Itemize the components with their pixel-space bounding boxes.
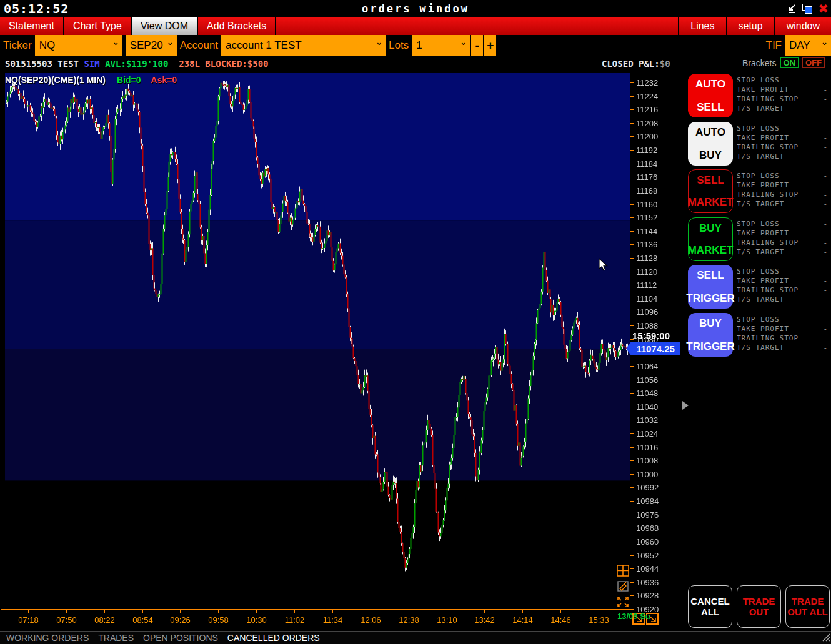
bracket-value[interactable]: - — [823, 238, 828, 247]
bracket-label: STOP LOSS — [737, 219, 780, 229]
buy-market-button[interactable]: BUYMARKET — [688, 217, 733, 261]
draw-tool-icon[interactable] — [616, 580, 630, 593]
bracket-value[interactable]: - — [823, 247, 828, 257]
bracket-label: TAKE PROFIT — [737, 276, 789, 285]
bracket-value[interactable]: - — [823, 133, 828, 142]
bracket-value[interactable]: - — [823, 334, 828, 343]
panel-footer: CANCEL ALLTRADE OUTTRADE OUT ALL — [688, 585, 830, 628]
buy-trigger-button[interactable]: BUYTRIGGER — [688, 313, 733, 357]
bracket-label: T/S TARGET — [737, 152, 784, 161]
menu-item-add-brackets[interactable]: Add Brackets — [198, 17, 276, 35]
tab-open-positions[interactable]: OPEN POSITIONS — [143, 633, 218, 643]
orders-window: 05:12:52 orders window ✖ StatementChart … — [0, 0, 831, 644]
bracket-value[interactable]: - — [823, 190, 828, 199]
bracket-value[interactable]: - — [823, 199, 828, 209]
bracket-line-stop-loss: STOP LOSS- — [737, 76, 828, 85]
bracket-value[interactable]: - — [823, 181, 828, 190]
bracket-value[interactable]: - — [823, 124, 828, 133]
order-row-sell-market: SELLMARKETSTOP LOSS-TAKE PROFIT-TRAILING… — [684, 169, 831, 213]
trade-out-all-button[interactable]: TRADE OUT ALL — [785, 585, 830, 628]
expand-tool-icon[interactable] — [616, 595, 630, 608]
account-select[interactable]: account 1 TEST⌄ — [221, 35, 386, 56]
bracket-line-t-s-target: T/S TARGET- — [737, 247, 828, 257]
price-chart-canvas[interactable] — [0, 72, 682, 631]
bracket-line-stop-loss: STOP LOSS- — [737, 171, 828, 181]
menu-item-lines[interactable]: Lines — [678, 17, 725, 35]
auto-sell-button[interactable]: AUTOSELL — [688, 74, 733, 117]
order-panel: AUTOSELLSTOP LOSS-TAKE PROFIT-TRAILING S… — [684, 72, 831, 631]
order-button-label: BUY — [699, 317, 722, 330]
tif-label: TIF — [763, 35, 785, 56]
bracket-value[interactable]: - — [823, 104, 828, 113]
grid-tool-icon[interactable] — [616, 564, 630, 577]
close-icon[interactable]: ✖ — [818, 2, 829, 15]
tif-select[interactable]: DAY⌄ — [785, 35, 831, 56]
bracket-value[interactable]: - — [823, 171, 828, 181]
bracket-value[interactable]: - — [823, 276, 828, 285]
ticker-select[interactable]: NQ⌄ — [35, 35, 122, 56]
order-button-label: BUY — [699, 222, 722, 235]
tab-cancelled-orders[interactable]: CANCELLED ORDERS — [227, 633, 320, 643]
menu-item-view-dom[interactable]: View DOM — [132, 17, 198, 35]
brackets-label: Brackets — [742, 58, 776, 68]
contract-select[interactable]: SEP20⌄ — [126, 35, 177, 56]
account-label: Account — [177, 35, 221, 56]
bracket-line-take-profit: TAKE PROFIT- — [737, 324, 828, 334]
bracket-value[interactable]: - — [823, 324, 828, 334]
bracket-value[interactable]: - — [823, 285, 828, 295]
trade-out-button[interactable]: TRADE OUT — [737, 585, 781, 628]
bracket-line-t-s-target: T/S TARGET- — [737, 152, 828, 161]
order-button-label: SELL — [697, 269, 724, 282]
menu-item-statement[interactable]: Statement — [0, 17, 64, 35]
brackets-off-button[interactable]: OFF — [802, 57, 825, 68]
bracket-value[interactable]: - — [823, 229, 828, 238]
toolbar-spacer — [496, 35, 762, 56]
tab-trades[interactable]: TRADES — [98, 633, 134, 643]
menu-spacer — [276, 17, 678, 35]
tab-working-orders[interactable]: WORKING ORDERS — [6, 633, 89, 643]
brackets-on-button[interactable]: ON — [780, 57, 799, 68]
order-row-buy-market: BUYMARKETSTOP LOSS-TAKE PROFIT-TRAILING … — [684, 217, 831, 261]
bracket-value[interactable]: - — [823, 85, 828, 94]
lots-label: Lots — [386, 35, 412, 56]
bracket-label: T/S TARGET — [737, 247, 784, 257]
lots-increment-button[interactable]: + — [483, 35, 496, 56]
lots-decrement-button[interactable]: - — [470, 35, 483, 56]
bracket-line-take-profit: TAKE PROFIT- — [737, 229, 828, 238]
bracket-label: TAKE PROFIT — [737, 181, 789, 190]
chart-title: NQ(SEP20)(CME)(1 MIN)Bid=0Ask=0 — [5, 75, 177, 85]
bracket-label: T/S TARGET — [737, 199, 784, 209]
resize-grip-icon[interactable] — [820, 632, 830, 643]
bracket-value[interactable]: - — [823, 142, 828, 152]
menu-item-chart-type[interactable]: Chart Type — [64, 17, 132, 35]
minimize-icon[interactable] — [787, 4, 797, 14]
bracket-label: TRAILING STOP — [737, 142, 799, 152]
maximize-icon[interactable] — [802, 4, 813, 14]
bracket-value[interactable]: - — [823, 76, 828, 85]
sell-market-button[interactable]: SELLMARKET — [688, 169, 733, 213]
bracket-value[interactable]: - — [823, 343, 828, 352]
bracket-label: STOP LOSS — [737, 267, 780, 276]
bracket-settings: STOP LOSS-TAKE PROFIT-TRAILING STOP-T/S … — [737, 124, 828, 161]
cancel-all-button[interactable]: CANCEL ALL — [688, 585, 732, 628]
bracket-value[interactable]: - — [823, 152, 828, 161]
bracket-line-trailing-stop: TRAILING STOP- — [737, 142, 828, 152]
auto-buy-button[interactable]: AUTOBUY — [688, 122, 733, 166]
closed-pl-value: $0 — [660, 59, 670, 69]
lots-select[interactable]: 1⌄ — [412, 35, 470, 56]
bracket-value[interactable]: - — [823, 295, 828, 304]
bracket-value[interactable]: - — [823, 315, 828, 324]
bracket-value[interactable]: - — [823, 267, 828, 276]
bid-value: Bid=0 — [117, 75, 141, 85]
bracket-line-t-s-target: T/S TARGET- — [737, 199, 828, 209]
bracket-value[interactable]: - — [823, 94, 828, 104]
closed-pl: CLOSED P&L:$0 — [602, 59, 670, 69]
bracket-settings: STOP LOSS-TAKE PROFIT-TRAILING STOP-T/S … — [737, 76, 828, 113]
menu-item-setup[interactable]: setup — [726, 17, 774, 35]
bracket-value[interactable]: - — [823, 219, 828, 229]
sell-trigger-button[interactable]: SELLTRIGGER — [688, 265, 733, 309]
bracket-label: T/S TARGET — [737, 295, 784, 304]
bracket-label: TAKE PROFIT — [737, 133, 789, 142]
bracket-line-trailing-stop: TRAILING STOP- — [737, 334, 828, 343]
menu-item-window[interactable]: window — [774, 17, 831, 35]
